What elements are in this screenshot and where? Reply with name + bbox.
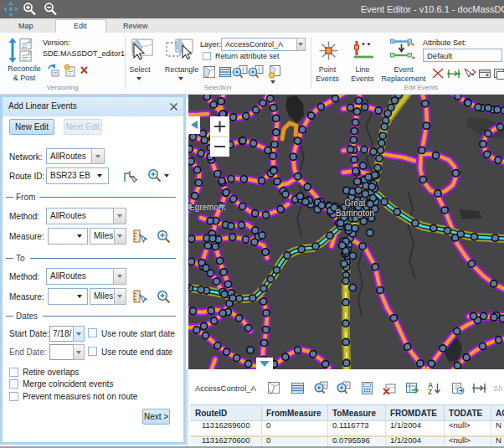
svg-text:Barrington: Barrington — [336, 209, 374, 218]
svg-text:Great: Great — [344, 198, 365, 208]
svg-text:Z: Z — [428, 388, 432, 395]
svg-text:Egremont: Egremont — [189, 203, 226, 212]
